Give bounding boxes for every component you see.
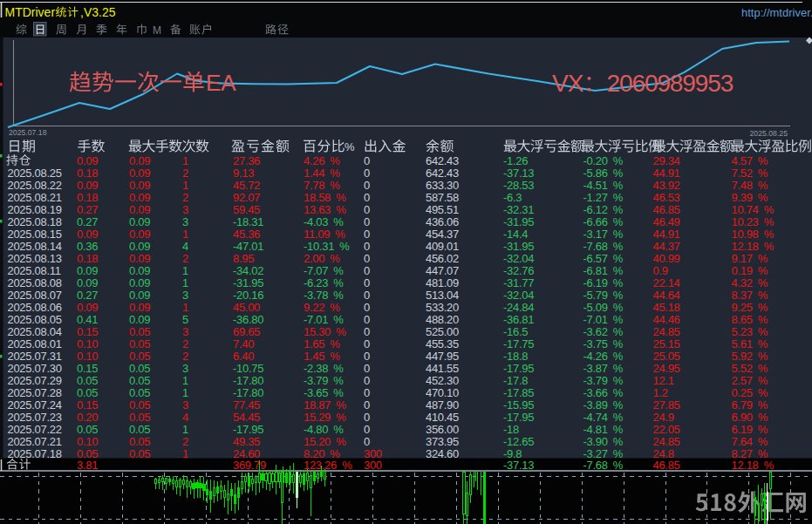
svg-text:,V3.25: ,V3.25 [80,5,116,19]
svg-text:0: 0 [364,350,370,363]
svg-text:2060989953: 2060989953 [607,70,734,97]
svg-text:1: 1 [182,423,188,436]
svg-text:7.48 %: 7.48 % [732,179,768,192]
svg-text:-24.84: -24.84 [503,301,534,314]
svg-text:0: 0 [364,301,370,314]
svg-text:2: 2 [182,435,188,448]
svg-text:2.57 %: 2.57 % [732,374,768,387]
svg-text:4.32 %: 4.32 % [732,276,768,289]
svg-text:-3.78 %: -3.78 % [304,289,344,302]
svg-text:0.09: 0.09 [77,179,98,192]
svg-text:1: 1 [182,374,188,387]
svg-text:4.57 %: 4.57 % [732,154,768,167]
svg-text:0: 0 [364,435,370,448]
svg-text:-1.26: -1.26 [503,154,528,167]
svg-text:0: 0 [364,386,370,399]
svg-text:-16.5: -16.5 [503,325,528,338]
svg-text:-31.77: -31.77 [503,276,534,289]
svg-text:0.15: 0.15 [77,325,98,338]
svg-text:0: 0 [364,154,370,167]
svg-text:12.1: 12.1 [653,374,674,387]
svg-text:24.85: 24.85 [653,325,680,338]
svg-text:-3.87 %: -3.87 % [583,362,624,375]
svg-text:0.05: 0.05 [129,386,150,399]
svg-text:2025.07.31: 2025.07.31 [8,350,62,363]
svg-text:0.10: 0.10 [77,350,98,363]
svg-text:0: 0 [364,264,370,277]
svg-text:0.10: 0.10 [77,435,98,448]
svg-text:3: 3 [182,398,188,412]
svg-text:-3.17 %: -3.17 % [583,228,624,241]
svg-text:-12.65: -12.65 [503,435,534,448]
svg-text:-6.81 %: -6.81 % [583,264,624,277]
svg-text:0.09: 0.09 [77,154,98,167]
svg-text:1: 1 [182,447,188,460]
svg-text:2025.08.11: 2025.08.11 [8,264,61,277]
svg-text:0.05: 0.05 [129,374,150,387]
svg-text:-7.68 %: -7.68 % [583,459,624,472]
svg-text:-47.01: -47.01 [233,240,263,253]
svg-text:-14.4: -14.4 [503,228,528,241]
svg-text:-17.95: -17.95 [503,411,534,424]
svg-text:0.05: 0.05 [77,386,98,399]
svg-text:-1.27 %: -1.27 % [583,191,624,204]
svg-text:1: 1 [182,179,188,192]
svg-text:69.65: 69.65 [233,325,260,338]
svg-text:24.85: 24.85 [653,435,680,448]
svg-text:1: 1 [182,154,188,167]
svg-text:29.34: 29.34 [653,154,680,167]
svg-text:-32.04: -32.04 [503,252,534,265]
svg-text:-17.85: -17.85 [503,386,534,399]
svg-text:92.07: 92.07 [233,191,260,204]
svg-text:-4.26 %: -4.26 % [583,350,624,363]
svg-text:-17.80: -17.80 [233,386,263,399]
svg-text:2: 2 [182,350,188,363]
svg-text:9.17 %: 9.17 % [732,252,768,265]
svg-text:0.05: 0.05 [129,398,150,412]
svg-text:6.90 %: 6.90 % [732,411,768,424]
svg-text:356.00: 356.00 [426,423,459,436]
svg-text:324.60: 324.60 [426,447,459,460]
svg-text:45.72: 45.72 [233,179,260,192]
svg-text:2025.08.06: 2025.08.06 [8,301,62,314]
svg-text:-18: -18 [503,423,519,436]
svg-text:EA: EA [206,70,236,96]
svg-text:22.05: 22.05 [653,423,680,436]
svg-text:7.40: 7.40 [233,337,254,350]
svg-text:2: 2 [182,167,188,180]
svg-text:447.07: 447.07 [426,264,459,277]
svg-text:0.09: 0.09 [129,264,150,277]
svg-text:44.91: 44.91 [653,228,680,241]
svg-text:45.00: 45.00 [233,301,260,314]
svg-text:-3.66 %: -3.66 % [583,386,624,399]
svg-text:5.52 %: 5.52 % [732,362,768,375]
svg-text:447.95: 447.95 [426,350,459,363]
svg-text:5.61 %: 5.61 % [732,337,768,350]
svg-text:-4.74 %: -4.74 % [583,411,624,424]
svg-text:-28.53: -28.53 [503,179,534,192]
svg-text:18.87 %: 18.87 % [304,398,346,412]
svg-text:0.18: 0.18 [77,167,98,180]
svg-text:27.36: 27.36 [233,154,260,167]
svg-text:0: 0 [364,240,370,253]
svg-text:2025.07.29: 2025.07.29 [8,374,62,387]
svg-text:2025.08.14: 2025.08.14 [8,240,62,253]
svg-text:2025.08.04: 2025.08.04 [8,325,62,338]
svg-text:0: 0 [364,252,370,265]
svg-text:4: 4 [182,411,188,424]
svg-text:3: 3 [182,362,188,375]
svg-text:0: 0 [364,374,370,387]
svg-text:0: 0 [364,215,370,228]
svg-text:533.20: 533.20 [426,301,459,314]
svg-text:-3.89 %: -3.89 % [583,398,624,412]
svg-text:2: 2 [182,191,188,204]
svg-text:0.09: 0.09 [129,191,150,204]
svg-text:M: M [153,24,161,37]
svg-text:44.91: 44.91 [653,167,680,180]
svg-text:0: 0 [364,313,370,326]
svg-text:488.20: 488.20 [426,313,459,326]
svg-text:0: 0 [364,337,370,350]
svg-text:VX: VX [552,70,584,97]
svg-text:15.30 %: 15.30 % [304,325,346,338]
svg-text:0.27: 0.27 [77,215,98,228]
